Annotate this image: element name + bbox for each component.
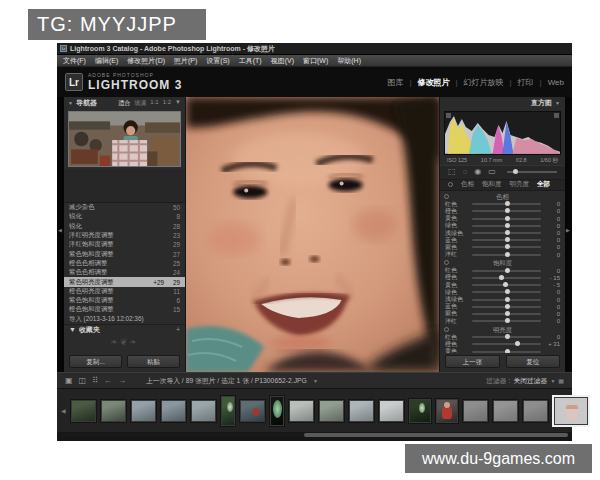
history-step[interactable]: 橙色饱和度调整15 bbox=[64, 305, 185, 314]
filmstrip-scrollbar[interactable] bbox=[61, 433, 568, 437]
filter-lock-icon[interactable]: ▦ bbox=[558, 377, 564, 384]
source-info[interactable]: 上一次导入 / 89 张照片 / 选定 1 张 / P1300652-2.JPG bbox=[146, 376, 307, 386]
menu-item[interactable]: 帮助(H) bbox=[337, 56, 361, 66]
add-collection-button[interactable]: + bbox=[176, 326, 180, 333]
menu-item[interactable]: 修改照片(D) bbox=[127, 56, 165, 66]
history-step[interactable]: 紫色饱和度调整6 bbox=[64, 296, 185, 305]
history-step[interactable]: 锐化8 bbox=[64, 212, 185, 221]
graduated-filter-icon[interactable]: ▭ bbox=[488, 168, 496, 176]
slider-thumb[interactable] bbox=[505, 268, 510, 273]
slider-thumb[interactable] bbox=[505, 208, 510, 213]
slider-track[interactable] bbox=[472, 299, 541, 301]
history-step[interactable]: 洋红明亮度调整23 bbox=[64, 231, 185, 240]
module-tab-3[interactable]: 幻灯片放映 bbox=[464, 77, 504, 88]
chevron-down-icon[interactable]: ▼ bbox=[313, 378, 318, 384]
history-step[interactable]: 橙色明亮度调整11 bbox=[64, 287, 185, 296]
slider-thumb[interactable] bbox=[505, 318, 510, 323]
filmstrip-thumbnail-8[interactable] bbox=[269, 395, 285, 427]
hsl-tab-色相[interactable]: 色相 bbox=[461, 180, 474, 189]
slider-track[interactable] bbox=[472, 270, 541, 272]
grid-view-icon[interactable]: ⠿ bbox=[92, 376, 98, 385]
hsl-tab-饱和度[interactable]: 饱和度 bbox=[482, 180, 502, 189]
slider-track[interactable] bbox=[472, 246, 541, 248]
left-panel-collapse-strip[interactable]: ◀ bbox=[57, 97, 64, 372]
second-window-icon[interactable]: ◫ bbox=[79, 376, 87, 385]
slider-thumb[interactable] bbox=[505, 349, 510, 353]
slider-track[interactable] bbox=[472, 277, 541, 279]
slider-thumb[interactable] bbox=[505, 223, 510, 228]
slider-thumb[interactable] bbox=[499, 275, 504, 280]
filmstrip-thumbnail-5[interactable] bbox=[190, 399, 217, 423]
filter-value[interactable]: 关闭过滤器 bbox=[513, 376, 547, 386]
slider-track[interactable] bbox=[472, 232, 541, 234]
filmstrip-thumbnail-4[interactable] bbox=[160, 399, 187, 423]
menu-item[interactable]: 照片(P) bbox=[174, 56, 197, 66]
filmstrip-thumbnail-18[interactable] bbox=[552, 395, 590, 427]
zoom-option[interactable]: 适合 bbox=[118, 99, 130, 108]
filmstrip-thumbnail-3[interactable] bbox=[130, 399, 157, 423]
slider-track[interactable] bbox=[472, 254, 541, 256]
filmstrip-filter[interactable]: 过滤器 : 关闭过滤器 ▼ ▦ bbox=[486, 376, 564, 386]
filmstrip-thumbnail-7[interactable] bbox=[239, 399, 266, 423]
slider-track[interactable] bbox=[472, 351, 541, 353]
navigator-header[interactable]: ▼ 导航器 适合填满1:11:2▼ bbox=[64, 97, 185, 109]
history-step[interactable]: 紫色明亮度调整+2929 bbox=[64, 277, 185, 286]
highlight-clipping-icon[interactable] bbox=[554, 113, 559, 118]
slider-track[interactable] bbox=[472, 239, 541, 241]
section-toggle-icon[interactable] bbox=[444, 194, 449, 199]
hsl-tab-明亮度[interactable]: 明亮度 bbox=[510, 180, 530, 189]
slider-thumb[interactable] bbox=[505, 237, 510, 242]
menu-item[interactable]: 编辑(E) bbox=[95, 56, 118, 66]
reset-button[interactable]: 复位 bbox=[506, 355, 561, 368]
zoom-option[interactable]: 1:2 bbox=[163, 99, 171, 108]
menu-item[interactable]: 视图(V) bbox=[271, 56, 294, 66]
go-back-icon[interactable]: ← bbox=[104, 376, 112, 385]
slider-thumb[interactable] bbox=[505, 244, 510, 249]
collections-header[interactable]: ▼ 收藏夹 + bbox=[64, 324, 185, 335]
filmstrip-thumbnail-12[interactable] bbox=[378, 399, 405, 423]
module-tab-1[interactable]: 图库 bbox=[387, 77, 403, 88]
panel-toggle-icon[interactable] bbox=[448, 182, 453, 187]
filmstrip-thumbnail-14[interactable] bbox=[435, 398, 459, 424]
previous-button[interactable]: 上一张 bbox=[445, 355, 500, 368]
filmstrip-thumbnail-10[interactable] bbox=[318, 399, 345, 423]
slider-track[interactable] bbox=[472, 291, 541, 293]
slider-thumb[interactable] bbox=[505, 289, 510, 294]
section-toggle-icon[interactable] bbox=[444, 327, 449, 332]
history-step[interactable]: 减少杂色50 bbox=[64, 203, 185, 212]
slider-thumb[interactable] bbox=[505, 304, 510, 309]
main-window-icon[interactable]: ▣ bbox=[65, 376, 73, 385]
history-step[interactable]: 锐化28 bbox=[64, 222, 185, 231]
section-toggle-icon[interactable] bbox=[444, 260, 449, 265]
crop-tool-icon[interactable]: ⬚ bbox=[448, 168, 456, 176]
slider-track[interactable] bbox=[472, 306, 541, 308]
slider-thumb[interactable] bbox=[505, 311, 510, 316]
zoom-option[interactable]: 1:1 bbox=[150, 99, 158, 108]
red-eye-icon[interactable]: ◉ bbox=[474, 168, 481, 176]
slider-track[interactable] bbox=[472, 320, 541, 322]
slider-thumb[interactable] bbox=[505, 334, 510, 339]
shadow-clipping-icon[interactable] bbox=[446, 113, 451, 118]
filmstrip-thumbnail-17[interactable] bbox=[522, 399, 549, 423]
zoom-option[interactable]: 填满 bbox=[134, 99, 146, 108]
slider-track[interactable] bbox=[472, 225, 541, 227]
navigator-preview[interactable] bbox=[68, 111, 181, 167]
go-forward-icon[interactable]: → bbox=[118, 376, 126, 385]
menu-item[interactable]: 设置(S) bbox=[206, 56, 229, 66]
slider-track[interactable] bbox=[472, 210, 541, 212]
title-bar[interactable]: Lr Lightroom 3 Catalog - Adobe Photoshop… bbox=[57, 43, 572, 55]
right-panel-collapse-strip[interactable]: ▶ bbox=[565, 97, 572, 372]
slider-track[interactable] bbox=[472, 343, 541, 345]
slider-thumb[interactable] bbox=[503, 282, 508, 287]
slider-thumb[interactable] bbox=[505, 230, 510, 235]
slider-track[interactable] bbox=[472, 284, 541, 286]
slider-thumb[interactable] bbox=[505, 201, 510, 206]
slider-track[interactable] bbox=[472, 313, 541, 315]
module-tab-2[interactable]: 修改照片 bbox=[417, 77, 449, 88]
filmstrip-thumbnail-11[interactable] bbox=[348, 399, 375, 423]
spot-removal-icon[interactable]: ◌ bbox=[463, 168, 468, 176]
filmstrip-thumbnail-13[interactable] bbox=[408, 398, 432, 424]
history-step[interactable]: 紫色饱和度调整27 bbox=[64, 249, 185, 258]
adjustment-brush-slider[interactable] bbox=[507, 171, 557, 173]
slider-thumb[interactable] bbox=[505, 216, 510, 221]
